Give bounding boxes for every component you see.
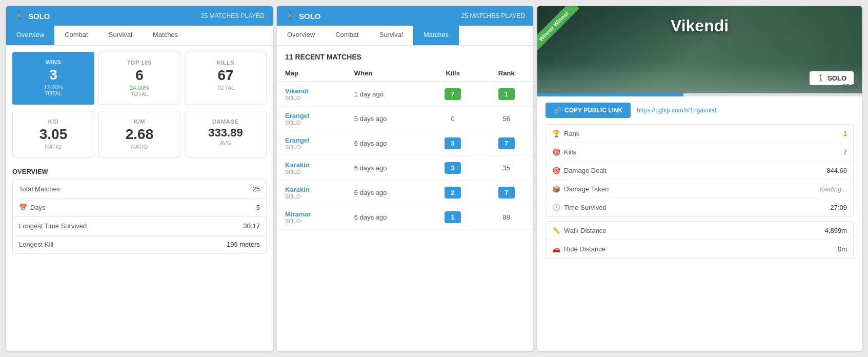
time-survived-label: 🕐 Time Survived [552, 204, 830, 211]
tab-combat-middle[interactable]: Combat [325, 26, 369, 45]
kills-value: 67 [191, 68, 260, 84]
tab-combat-left[interactable]: Combat [54, 26, 98, 45]
match-map[interactable]: Karakin [285, 186, 338, 193]
match-map[interactable]: Karakin [285, 161, 338, 169]
detail-row-kills: 🎯 Kills 7 [546, 143, 853, 162]
progress-bar-fill [537, 93, 683, 96]
rank-badge-blue: 7 [498, 187, 515, 199]
tab-overview-left[interactable]: Overview [6, 26, 54, 45]
match-map[interactable]: Miramar [285, 210, 338, 218]
total-matches-value: 25 [253, 185, 260, 193]
match-mode: SOLO [285, 120, 338, 126]
target-icon: 🎯 [552, 148, 560, 156]
shield-icon: 📦 [552, 185, 560, 193]
middle-tabs: Overview Combat Survival Matches [277, 26, 533, 46]
rank-detail-label: 🏆 Rank [552, 130, 843, 137]
detail-row-walk: 📏 Walk Distance 4,899m [546, 222, 853, 240]
tab-survival-left[interactable]: Survival [98, 26, 143, 45]
match-map[interactable]: Erangel [285, 112, 338, 120]
damage-dealt-value: 844.66 [826, 167, 847, 174]
top10s-total: TOTAL [105, 91, 174, 97]
km-total: RATIO [105, 144, 174, 150]
copy-link-row: 🔗 COPY PUBLIC LINK https://pglkp.com/s/1… [537, 96, 862, 124]
middle-mode-label: SOLO [299, 12, 321, 21]
car-icon: 🚗 [552, 245, 560, 253]
link-icon: 🔗 [554, 107, 561, 114]
longest-time-label: Longest Time Survived [19, 222, 243, 230]
detail-section-1: 🏆 Rank 1 🎯 Kills 7 🎯 Damage Dealt 844.66… [537, 124, 862, 267]
stat-damage: DAMAGE 333.89 AVG [185, 111, 267, 157]
days-label: 📅 Days [19, 204, 256, 211]
walker-icon-right: 🚶 [817, 74, 825, 82]
stats-row1: WINS 3 12.00% TOTAL TOP 10S 6 24.00% TOT… [6, 46, 273, 111]
time-survived-value: 27:09 [830, 204, 847, 211]
kills-badge: 3 [445, 162, 461, 174]
tab-matches-left[interactable]: Matches [143, 26, 188, 45]
left-panel-header: 🚶 SOLO 25 MATCHES PLAYED [6, 6, 273, 26]
match-map[interactable]: Erangel [285, 136, 338, 144]
tab-matches-middle[interactable]: Matches [413, 26, 459, 45]
overview-row-longest-time: Longest Time Survived 30:17 [13, 217, 266, 235]
rank-plain: 88 [488, 213, 525, 221]
kd-label: K/D [19, 118, 88, 125]
wins-value: 3 [18, 67, 88, 83]
walker-icon: 🚶 [14, 11, 24, 21]
left-panel: 🚶 SOLO 25 MATCHES PLAYED Overview Combat… [6, 6, 273, 351]
rank-detail-value: 1 [843, 130, 847, 137]
tab-overview-middle[interactable]: Overview [277, 26, 325, 45]
kills-label: KILLS [191, 60, 260, 66]
detail-row-time-survived: 🕐 Time Survived 27:09 [546, 199, 853, 216]
left-mode-label: SOLO [28, 12, 50, 21]
tab-survival-middle[interactable]: Survival [369, 26, 413, 45]
longest-time-value: 30:17 [243, 222, 260, 230]
kills-detail-value: 7 [843, 148, 847, 156]
copy-link-button[interactable]: 🔗 COPY PUBLIC LINK [546, 103, 631, 118]
stat-wins: WINS 3 12.00% TOTAL [12, 52, 94, 105]
stat-top10s: TOP 10S 6 24.00% TOTAL [98, 52, 180, 105]
ride-distance-value: 0m [838, 245, 847, 253]
table-row: Karakin SOLO 6 days ago 2 7 [277, 181, 533, 205]
ride-distance-label: 🚗 Ride Distance [552, 245, 838, 253]
detail-row-damage-dealt: 🎯 Damage Dealt 844.66 [546, 162, 853, 180]
table-row: Erangel SOLO 5 days ago 0 56 [277, 107, 533, 131]
overview-title: OVERVIEW [12, 168, 267, 175]
match-when: 1 day ago [346, 82, 426, 107]
ruler-icon: 📏 [552, 227, 560, 234]
stat-km: K/M 2.68 RATIO [98, 111, 180, 157]
calendar-icon: 📅 [19, 204, 27, 211]
damage-taken-label: 📦 Damage Taken [552, 185, 820, 193]
match-mode: SOLO [285, 144, 338, 150]
copy-link-url: https://pglkp.com/s/1ngavnlat [637, 107, 716, 114]
table-row: Miramar SOLO 6 days ago 1 88 [277, 205, 533, 230]
middle-panel-header: 🚶 SOLO 25 MATCHES PLAYED [277, 6, 533, 26]
left-tabs: Overview Combat Survival Matches [6, 26, 273, 46]
rank-plain: 56 [488, 115, 525, 123]
damage-dealt-label: 🎯 Damage Dealt [552, 167, 826, 174]
damage-label: DAMAGE [191, 118, 260, 125]
km-label: K/M [105, 118, 174, 125]
longest-kill-label: Longest Kill [19, 241, 227, 248]
kills-plain: 0 [434, 115, 472, 123]
stats-row2: K/D 3.05 RATIO K/M 2.68 RATIO DAMAGE 333… [6, 111, 273, 164]
damage-total: AVG [191, 140, 260, 146]
rank-badge: 1 [498, 88, 515, 100]
match-mode: SOLO [285, 95, 338, 101]
kd-total: RATIO [19, 144, 88, 150]
map-title: Vikendi [537, 16, 862, 35]
match-mode: SOLO [285, 169, 338, 175]
damage-taken-value: loading... [820, 185, 847, 193]
match-map[interactable]: Vikendi [285, 87, 338, 95]
trophy-icon: 🏆 [552, 130, 560, 137]
middle-matches-played: 25 MATCHES PLAYED [461, 12, 525, 19]
left-matches-played: 25 MATCHES PLAYED [201, 12, 265, 19]
col-header-rank: Rank [479, 65, 533, 82]
middle-panel-title: 🚶 SOLO [285, 11, 321, 21]
kills-badge: 2 [445, 187, 461, 199]
left-panel-title: 🚶 SOLO [14, 11, 50, 21]
kills-total: TOTAL [191, 85, 260, 91]
clock-icon: 🕐 [552, 204, 560, 211]
kills-detail-label: 🎯 Kills [552, 148, 843, 156]
middle-panel: 🚶 SOLO 25 MATCHES PLAYED Overview Combat… [277, 6, 533, 351]
detail-table-2: 📏 Walk Distance 4,899m 🚗 Ride Distance 0… [546, 221, 854, 259]
solo-text: SOLO [827, 74, 846, 82]
